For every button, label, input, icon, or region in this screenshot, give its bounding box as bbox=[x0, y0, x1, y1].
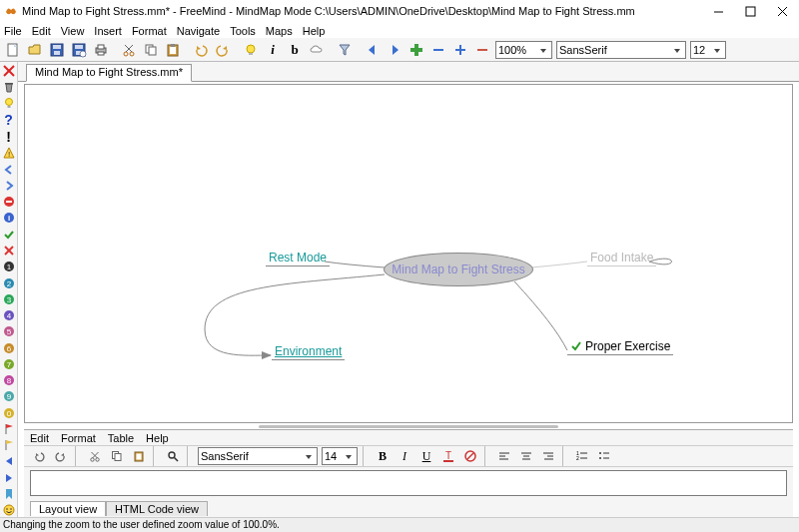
menu-tools[interactable]: Tools bbox=[230, 25, 256, 37]
menu-help[interactable]: Help bbox=[303, 25, 326, 37]
editor-menu-help[interactable]: Help bbox=[146, 432, 169, 444]
node-rest-mode[interactable]: Rest Mode bbox=[266, 250, 330, 266]
editor-fontsize-combo[interactable]: 14 bbox=[322, 447, 358, 465]
ok-icon[interactable] bbox=[2, 228, 16, 241]
menu-navigate[interactable]: Navigate bbox=[177, 25, 220, 37]
new-file-icon[interactable] bbox=[3, 40, 23, 60]
editor-menu-format[interactable]: Format bbox=[61, 432, 96, 444]
editor-font-combo[interactable]: SansSerif bbox=[198, 447, 318, 465]
priority-1-icon[interactable]: 1 bbox=[2, 261, 16, 273]
fontsize-combo[interactable]: 12 bbox=[690, 41, 726, 59]
priority-4-icon[interactable]: 4 bbox=[2, 308, 16, 321]
editor-menu-table[interactable]: Table bbox=[108, 432, 134, 444]
list-number-icon[interactable]: 12 bbox=[572, 446, 592, 466]
editor-input[interactable] bbox=[30, 470, 787, 496]
maximize-button[interactable] bbox=[743, 4, 757, 18]
mindmap-canvas[interactable]: Mind Map to Fight Stress Rest Mode Envir… bbox=[24, 84, 793, 423]
redo-icon[interactable] bbox=[51, 446, 71, 466]
center-node[interactable]: Mind Map to Fight Stress bbox=[384, 253, 533, 286]
cut-icon[interactable] bbox=[85, 446, 105, 466]
svg-line-78 bbox=[175, 458, 179, 462]
undo-icon[interactable] bbox=[29, 446, 49, 466]
priority-2-icon[interactable]: 2 bbox=[2, 276, 16, 289]
delete-icon[interactable] bbox=[2, 64, 16, 77]
priority-9-icon[interactable]: 9 bbox=[2, 390, 16, 403]
svg-text:!: ! bbox=[7, 150, 9, 159]
menu-maps[interactable]: Maps bbox=[266, 25, 293, 37]
arrow-back-icon[interactable] bbox=[2, 163, 16, 176]
priority-0-icon[interactable]: 0 bbox=[2, 406, 16, 419]
smiley-icon[interactable] bbox=[2, 504, 16, 517]
list-bullet-icon[interactable] bbox=[594, 446, 614, 466]
priority-8-icon[interactable]: 8 bbox=[2, 374, 16, 387]
bookmark-icon[interactable] bbox=[2, 487, 16, 500]
expand-icon[interactable] bbox=[450, 40, 470, 60]
find-icon[interactable] bbox=[163, 446, 183, 466]
filter-icon[interactable] bbox=[335, 40, 355, 60]
add-node-icon[interactable] bbox=[406, 40, 426, 60]
open-icon[interactable] bbox=[25, 40, 45, 60]
collapse-icon[interactable] bbox=[428, 40, 448, 60]
zoom-combo[interactable]: 100% bbox=[495, 41, 552, 59]
italic-icon[interactable]: i bbox=[263, 40, 283, 60]
bold-icon[interactable]: B bbox=[373, 446, 393, 466]
bold-icon[interactable]: b bbox=[285, 40, 305, 60]
idea-icon[interactable] bbox=[241, 40, 261, 60]
bulb-icon[interactable] bbox=[2, 97, 16, 110]
close-button[interactable] bbox=[775, 4, 789, 18]
align-right-icon[interactable] bbox=[538, 446, 558, 466]
undo-icon[interactable] bbox=[191, 40, 211, 60]
trash-icon[interactable] bbox=[2, 80, 16, 93]
flag-yellow-icon[interactable] bbox=[2, 439, 16, 452]
tab-layout-view[interactable]: Layout view bbox=[30, 501, 106, 516]
save-icon[interactable] bbox=[47, 40, 67, 60]
priority-6-icon[interactable]: 6 bbox=[2, 341, 16, 354]
cut-icon[interactable] bbox=[119, 40, 139, 60]
priority-5-icon[interactable]: 5 bbox=[2, 325, 16, 338]
font-combo[interactable]: SansSerif bbox=[556, 41, 686, 59]
menu-file[interactable]: File bbox=[4, 25, 22, 37]
minimize-button[interactable] bbox=[711, 4, 725, 18]
underline-icon[interactable]: U bbox=[416, 446, 436, 466]
menu-view[interactable]: View bbox=[61, 25, 85, 37]
remove-icon[interactable] bbox=[472, 40, 492, 60]
save-as-icon[interactable] bbox=[69, 40, 89, 60]
priority-3-icon[interactable]: 3 bbox=[2, 292, 16, 305]
tab-document[interactable]: Mind Map to Fight Stress.mm* bbox=[26, 64, 192, 82]
menu-format[interactable]: Format bbox=[132, 25, 167, 37]
arrow-blue-icon[interactable] bbox=[2, 455, 16, 468]
align-center-icon[interactable] bbox=[516, 446, 536, 466]
menu-edit[interactable]: Edit bbox=[32, 25, 51, 37]
warning-icon[interactable]: ! bbox=[2, 147, 16, 160]
node-food-intake[interactable]: Food Intake bbox=[587, 250, 656, 266]
node-environment[interactable]: Environment bbox=[272, 343, 345, 360]
arrow-left-icon[interactable] bbox=[363, 40, 383, 60]
italic-icon[interactable]: I bbox=[395, 446, 414, 466]
exclaim-icon[interactable]: ! bbox=[2, 130, 16, 144]
tab-html-view[interactable]: HTML Code view bbox=[106, 501, 208, 516]
arrow-forward-icon[interactable] bbox=[2, 179, 16, 192]
align-left-icon[interactable] bbox=[494, 446, 514, 466]
not-ok-icon[interactable] bbox=[2, 244, 16, 257]
redo-icon[interactable] bbox=[213, 40, 233, 60]
print-icon[interactable] bbox=[91, 40, 111, 60]
paste-icon[interactable] bbox=[163, 40, 183, 60]
priority-7-icon[interactable]: 7 bbox=[2, 357, 16, 370]
question-icon[interactable]: ? bbox=[2, 113, 16, 127]
node-proper-exercise[interactable]: Proper Exercise bbox=[567, 338, 673, 355]
copy-icon[interactable] bbox=[141, 40, 161, 60]
arrow-right-icon[interactable] bbox=[385, 40, 404, 60]
paste-icon[interactable] bbox=[129, 446, 149, 466]
menu-insert[interactable]: Insert bbox=[94, 25, 122, 37]
arrow-blue2-icon[interactable] bbox=[2, 471, 16, 484]
cloud-icon[interactable] bbox=[307, 40, 327, 60]
app-icon bbox=[4, 4, 18, 18]
editor-menu-edit[interactable]: Edit bbox=[30, 432, 49, 444]
stop-icon[interactable] bbox=[2, 196, 16, 209]
clear-format-icon[interactable] bbox=[460, 446, 480, 466]
font-color-icon[interactable]: T bbox=[438, 446, 458, 466]
svg-text:5: 5 bbox=[6, 327, 11, 336]
info-icon[interactable]: i bbox=[2, 212, 16, 225]
flag-red-icon[interactable] bbox=[2, 422, 16, 435]
copy-icon[interactable] bbox=[107, 446, 127, 466]
